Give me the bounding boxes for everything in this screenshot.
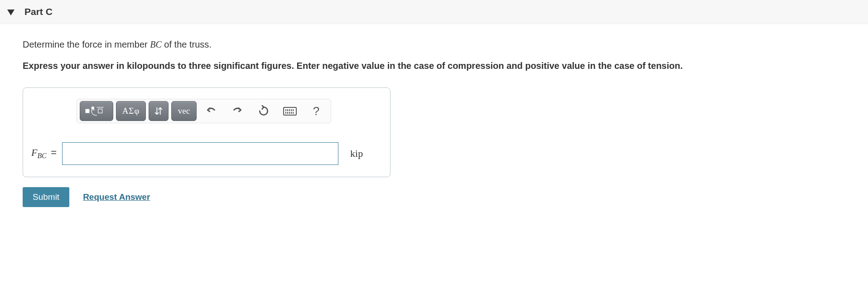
up-down-arrows-icon — [154, 106, 164, 116]
svg-rect-1 — [92, 106, 94, 109]
variable-main: F — [31, 147, 37, 158]
greek-symbols-button[interactable]: ΑΣφ — [116, 101, 146, 121]
vector-button[interactable]: vec — [171, 101, 197, 121]
variable-label: FBC = — [31, 147, 57, 160]
help-icon: ? — [313, 104, 319, 118]
instruction-suffix: of the truss. — [162, 39, 212, 49]
undo-button[interactable] — [199, 101, 223, 121]
svg-rect-0 — [85, 109, 89, 113]
collapse-icon — [7, 10, 14, 15]
unit-label: kip — [350, 148, 363, 160]
part-title: Part C — [24, 6, 53, 17]
svg-rect-2 — [98, 109, 102, 113]
keyboard-button[interactable] — [278, 101, 302, 121]
equals-sign: = — [51, 147, 57, 158]
instruction-prefix: Determine the force in member — [23, 39, 150, 49]
answer-input[interactable] — [62, 142, 338, 165]
instruction-text: Determine the force in member BC of the … — [23, 39, 845, 50]
reset-icon — [258, 105, 270, 117]
undo-icon — [205, 105, 217, 117]
equation-toolbar: ΑΣφ vec — [77, 99, 331, 123]
answer-input-row: FBC = kip — [31, 142, 382, 165]
request-answer-link[interactable]: Request Answer — [83, 192, 150, 202]
help-button[interactable]: ? — [304, 101, 328, 121]
keyboard-icon — [283, 107, 297, 116]
format-instruction: Express your answer in kilopounds to thr… — [23, 60, 845, 72]
answer-panel: ΑΣφ vec — [23, 87, 391, 177]
redo-button[interactable] — [226, 101, 249, 121]
part-header[interactable]: Part C — [0, 0, 868, 24]
redo-icon — [231, 105, 243, 117]
variable-subscript: BC — [37, 152, 46, 160]
templates-icon — [85, 105, 108, 117]
instruction-member: BC — [150, 39, 162, 49]
subscript-superscript-button[interactable] — [149, 101, 169, 121]
submit-button[interactable]: Submit — [23, 187, 69, 207]
action-row: Submit Request Answer — [23, 187, 845, 207]
reset-button[interactable] — [252, 101, 275, 121]
content-area: Determine the force in member BC of the … — [0, 39, 868, 225]
templates-button[interactable] — [80, 101, 113, 121]
